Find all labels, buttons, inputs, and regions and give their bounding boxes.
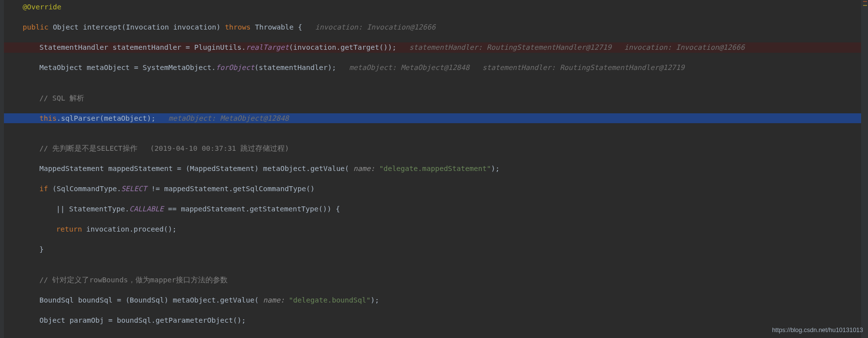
code-line[interactable]: return invocation.proceed();: [4, 224, 861, 235]
minimap-marker: [863, 5, 867, 6]
code-line[interactable]: // 先判断是不是SELECT操作 (2019-04-10 00:37:31 跳…: [4, 143, 861, 154]
string: "delegate.boundSql": [289, 296, 370, 304]
code-line[interactable]: }: [4, 244, 861, 255]
code-line[interactable]: BoundSql boundSql = (BoundSql) metaObjec…: [4, 295, 861, 305]
inline-hint: metaObject: MetaObject@12848: [168, 114, 289, 122]
inline-hint: metaObject: MetaObject@12848 statementHa…: [349, 64, 685, 71]
param-hint: name:: [349, 165, 379, 172]
code-editor[interactable]: @Override public Object intercept(Invoca…: [4, 0, 861, 338]
code-line-breakpoint-hit[interactable]: StatementHandler statementHandler = Plug…: [4, 42, 861, 53]
param-hint: name:: [259, 296, 289, 304]
code-line[interactable]: @Override: [4, 2, 861, 12]
code-line[interactable]: Object paramObj = boundSql.getParameterO…: [4, 315, 861, 326]
comment: // 先判断是不是SELECT操作 (2019-04-10 00:37:31 跳…: [39, 144, 289, 152]
code-line[interactable]: // 针对定义了rowBounds，做为mapper接口方法的参数: [4, 275, 861, 285]
code-line[interactable]: if (SqlCommandType.SELECT != mappedState…: [4, 184, 861, 194]
minimap-marker: [863, 1, 867, 2]
code-line[interactable]: MetaObject metaObject = SystemMetaObject…: [4, 63, 861, 73]
inline-hint: statementHandler: RoutingStatementHandle…: [409, 43, 745, 51]
watermark: https://blog.csdn.net/hu10131013: [772, 325, 863, 336]
minimap-scrollbar[interactable]: [861, 0, 868, 338]
inline-hint: invocation: Invocation@12666: [315, 23, 435, 31]
code-line[interactable]: public Object intercept(Invocation invoc…: [4, 22, 861, 33]
comment: // 针对定义了rowBounds，做为mapper接口方法的参数: [39, 276, 228, 284]
string: "delegate.mappedStatement": [379, 165, 491, 172]
comment: // SQL 解析: [39, 94, 84, 102]
code-line[interactable]: MappedStatement mappedStatement = (Mappe…: [4, 164, 861, 174]
code-line-current[interactable]: this.sqlParser(metaObject); metaObject: …: [4, 113, 861, 124]
editor-gutter: [0, 0, 4, 338]
code-line[interactable]: // SQL 解析: [4, 93, 861, 103]
code-line[interactable]: || StatementType.CALLABLE == mappedState…: [4, 204, 861, 214]
annotation: @Override: [23, 3, 62, 11]
